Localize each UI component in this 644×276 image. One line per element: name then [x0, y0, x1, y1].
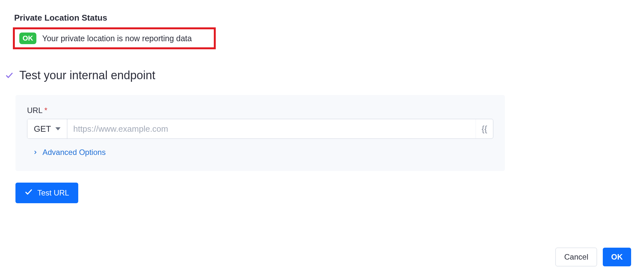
ok-button[interactable]: OK: [603, 248, 631, 266]
section-title: Test your internal endpoint: [19, 69, 155, 82]
advanced-options-label: Advanced Options: [43, 148, 106, 157]
status-ok-badge: OK: [19, 33, 36, 44]
check-icon: [24, 188, 33, 198]
section-header: Test your internal endpoint: [13, 69, 631, 82]
caret-down-icon: [55, 126, 61, 131]
template-insert-button[interactable]: {{: [476, 119, 493, 138]
http-method-select[interactable]: GET: [27, 119, 67, 138]
url-input[interactable]: [67, 119, 475, 138]
advanced-options-toggle[interactable]: Advanced Options: [33, 148, 106, 157]
endpoint-panel: URL * GET {{ Advanced Options: [15, 95, 505, 171]
test-url-label: Test URL: [37, 188, 69, 197]
status-highlight-box: OK Your private location is now reportin…: [13, 27, 216, 49]
check-icon: [5, 71, 14, 80]
status-message: Your private location is now reporting d…: [42, 34, 192, 43]
required-mark: *: [44, 106, 47, 115]
url-label-text: URL: [27, 106, 42, 115]
cancel-button[interactable]: Cancel: [555, 248, 597, 266]
status-heading: Private Location Status: [14, 13, 631, 23]
footer-buttons: Cancel OK: [555, 248, 631, 266]
http-method-value: GET: [34, 124, 51, 134]
url-label: URL *: [27, 106, 493, 115]
test-url-button[interactable]: Test URL: [15, 183, 78, 203]
url-input-row: GET {{: [27, 119, 493, 139]
chevron-right-icon: [33, 148, 38, 157]
svg-marker-0: [55, 127, 61, 130]
